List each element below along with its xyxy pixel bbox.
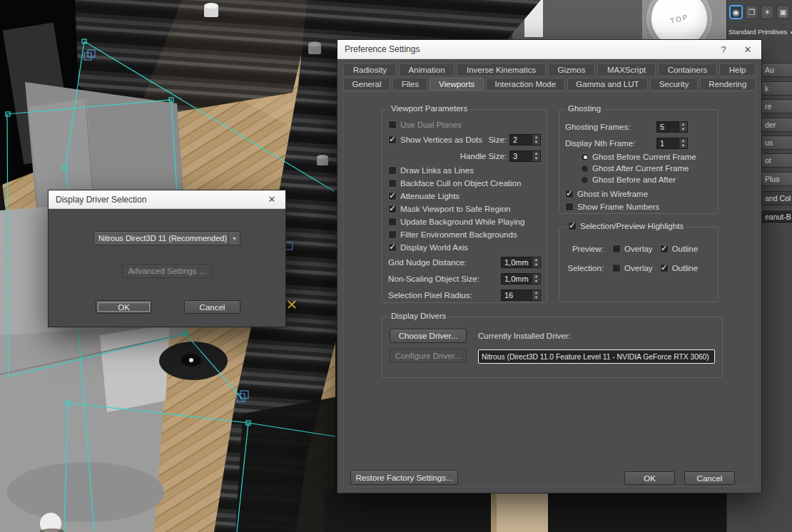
spinner-up-icon[interactable] bbox=[532, 290, 540, 295]
checkbox-box bbox=[565, 203, 574, 211]
checkbox-label: Update Background While Playing bbox=[400, 218, 525, 226]
pref-tab-row-1: Radiosity Animation Inverse Kinematics G… bbox=[343, 63, 756, 76]
checkbox-label: Filter Environment Backgrounds bbox=[400, 230, 517, 239]
spinner-up-icon[interactable] bbox=[532, 135, 540, 140]
tab-help[interactable]: Help bbox=[719, 63, 756, 76]
tab-viewports[interactable]: Viewports bbox=[430, 78, 483, 91]
tab-gamma-and-lut[interactable]: Gamma and LUT bbox=[567, 78, 648, 91]
radio-ghost-before-and-after[interactable]: Ghost Before and After bbox=[581, 175, 676, 184]
radio-ghost-before-current-frame[interactable]: Ghost Before Current Frame bbox=[581, 153, 696, 161]
spinner-down-icon[interactable] bbox=[532, 295, 540, 300]
panel-button-fragment[interactable]: us bbox=[761, 135, 792, 150]
spinner-value[interactable]: 16 bbox=[501, 290, 532, 301]
radio-ghost-after-current-frame[interactable]: Ghost After Current Frame bbox=[581, 164, 689, 173]
primitive-category-dropdown[interactable]: Standard Primitives bbox=[728, 28, 791, 36]
name-and-color-rollout-fragment[interactable]: and Col bbox=[761, 191, 792, 205]
checkbox-preview-overlay[interactable]: Overlay bbox=[612, 245, 653, 253]
tab-interaction-mode[interactable]: Interaction Mode bbox=[486, 78, 565, 91]
cancel-button[interactable]: Cancel bbox=[684, 471, 735, 485]
spinner-value[interactable]: 3 bbox=[509, 150, 532, 162]
checkbox-show-vertices-as-dots[interactable]: Show Vertices as Dots bbox=[388, 135, 482, 144]
choose-driver-button[interactable]: Choose Driver... bbox=[390, 329, 467, 343]
selection-preview-highlights-group: Selection/Preview Highlights Preview: Ov… bbox=[559, 227, 719, 302]
checkbox-ghost-in-wireframe[interactable]: Ghost in Wireframe bbox=[565, 190, 648, 198]
spinner-up-icon[interactable] bbox=[532, 257, 540, 262]
checkbox-box bbox=[565, 190, 574, 198]
pref-title-bar[interactable]: Preference Settings ? ✕ bbox=[337, 40, 761, 59]
tab-files[interactable]: Files bbox=[392, 78, 427, 91]
spinner-value[interactable]: 1,0mm bbox=[501, 257, 532, 268]
spinner-value[interactable]: 2 bbox=[509, 134, 532, 145]
checkbox-show-frame-numbers[interactable]: Show Frame Numbers bbox=[565, 203, 659, 211]
spinner-up-icon[interactable] bbox=[679, 122, 687, 127]
light-icon[interactable]: ☀ bbox=[761, 5, 774, 19]
installed-driver-field[interactable]: Nitrous (Direct3D 11.0 Feature Level 11 … bbox=[478, 349, 715, 364]
checkbox-filter-environment-backgrounds[interactable]: Filter Environment Backgrounds bbox=[388, 230, 517, 239]
close-icon[interactable]: ✕ bbox=[736, 40, 760, 58]
spinner-down-icon[interactable] bbox=[679, 127, 687, 132]
checkbox-update-background-while-playing[interactable]: Update Background While Playing bbox=[388, 218, 525, 226]
checkbox-mask-viewport-safe-region[interactable]: Mask Viewport to Safe Region bbox=[388, 205, 510, 213]
render-setup-icon[interactable]: ▣ bbox=[776, 5, 790, 19]
tab-containers[interactable]: Containers bbox=[658, 63, 717, 76]
configure-driver-button[interactable]: Configure Driver... bbox=[390, 349, 467, 363]
non-scaling-object-size-label: Non-Scaling Object Size: bbox=[388, 275, 479, 283]
spinner-up-icon[interactable] bbox=[679, 138, 687, 143]
checkbox-selection-outline[interactable]: Outline bbox=[660, 264, 698, 272]
spinner-down-icon[interactable] bbox=[532, 156, 540, 161]
panel-button-fragment[interactable]: ot bbox=[761, 153, 792, 168]
tab-gizmos[interactable]: Gizmos bbox=[548, 63, 595, 76]
tab-animation[interactable]: Animation bbox=[399, 63, 455, 76]
tab-security[interactable]: Security bbox=[650, 78, 698, 91]
panel-button-fragment[interactable]: Plus bbox=[761, 172, 792, 186]
tab-rendering[interactable]: Rendering bbox=[700, 78, 756, 91]
checkbox-label: Overlay bbox=[624, 264, 653, 272]
spinner-up-icon[interactable] bbox=[532, 274, 540, 279]
ok-button[interactable]: OK bbox=[624, 471, 675, 485]
advanced-settings-button[interactable]: Advanced Settings ... bbox=[122, 264, 212, 278]
snaps-toggle-icon[interactable]: ❐ bbox=[745, 5, 758, 19]
panel-button-fragment[interactable]: der bbox=[761, 118, 792, 132]
spinner-down-icon[interactable] bbox=[679, 143, 687, 148]
checkbox-selection-overlay[interactable]: Overlay bbox=[612, 264, 653, 272]
help-icon[interactable]: ? bbox=[711, 40, 736, 58]
checkbox-label: Display World Axis bbox=[400, 243, 468, 252]
group-title-with-checkbox[interactable]: Selection/Preview Highlights bbox=[565, 222, 686, 230]
radio-circle bbox=[581, 176, 589, 184]
checkbox-attenuate-lights[interactable]: Attenuate Lights bbox=[388, 192, 460, 200]
close-icon[interactable]: ✕ bbox=[260, 190, 284, 208]
spinner-down-icon[interactable] bbox=[532, 279, 540, 284]
tab-general[interactable]: General bbox=[343, 78, 390, 91]
checkbox-display-world-axis[interactable]: Display World Axis bbox=[388, 243, 468, 252]
checkbox-label: Mask Viewport to Safe Region bbox=[400, 205, 510, 213]
main-toolbar: ◉ ❐ ☀ ▣ bbox=[727, 0, 792, 19]
dds-ok-button[interactable]: OK bbox=[96, 300, 152, 314]
tab-radiosity[interactable]: Radiosity bbox=[343, 63, 397, 76]
checkbox-preview-outline[interactable]: Outline bbox=[660, 245, 698, 253]
spinner-value[interactable]: 1,0mm bbox=[501, 273, 532, 285]
checkbox-label: Show Vertices as Dots bbox=[400, 135, 482, 144]
panel-button-fragment[interactable]: k bbox=[761, 81, 792, 96]
dds-title-bar[interactable]: Display Driver Selection ✕ bbox=[49, 190, 285, 209]
spinner-ghosting-frames: 5 bbox=[656, 121, 688, 133]
tab-maxscript[interactable]: MAXScript bbox=[597, 63, 656, 76]
tab-inverse-kinematics[interactable]: Inverse Kinematics bbox=[457, 63, 546, 76]
select-object-icon[interactable]: ◉ bbox=[729, 5, 743, 19]
ghosting-group: Ghosting Ghosting Frames: 5 Display Nth … bbox=[559, 109, 719, 214]
spinner-down-icon[interactable] bbox=[532, 262, 540, 267]
panel-button-fragment[interactable]: Au bbox=[761, 63, 792, 77]
spinner-down-icon[interactable] bbox=[532, 140, 540, 145]
spinner-nth-frame: 1 bbox=[656, 138, 688, 149]
restore-factory-settings-button[interactable]: Restore Factory Settings... bbox=[350, 470, 458, 485]
driver-dropdown[interactable]: Nitrous Direct3D 11 (Recommended) bbox=[93, 231, 240, 245]
spinner-value[interactable]: 5 bbox=[656, 121, 679, 133]
object-name-field-fragment[interactable]: eanut-B bbox=[761, 210, 792, 224]
checkbox-backface-cull[interactable]: Backface Cull on Object Creation bbox=[388, 179, 521, 188]
panel-button-fragment[interactable]: re bbox=[761, 99, 792, 113]
dds-cancel-button[interactable]: Cancel bbox=[184, 300, 240, 314]
checkbox-box bbox=[568, 222, 577, 230]
checkbox-use-dual-planes[interactable]: Use Dual Planes bbox=[388, 121, 462, 129]
checkbox-draw-links-as-lines[interactable]: Draw Links as Lines bbox=[388, 166, 474, 175]
spinner-value[interactable]: 1 bbox=[656, 138, 679, 149]
spinner-up-icon[interactable] bbox=[532, 151, 540, 156]
